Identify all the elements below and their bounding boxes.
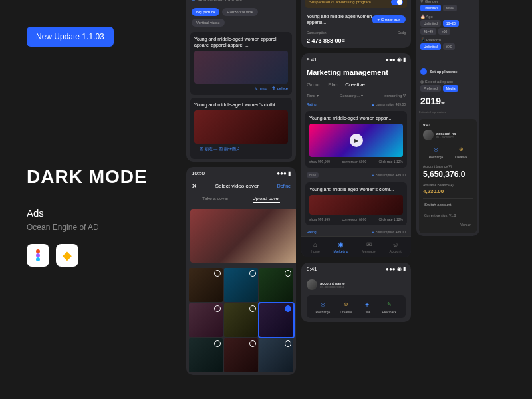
action-creative[interactable]: ⊛Creative (455, 144, 467, 159)
chip-horizontal[interactable]: Horizontal vide (222, 8, 258, 16)
card-title: Young and middle-aged women's clothi... (194, 102, 288, 108)
figma-icon[interactable] (27, 244, 49, 267)
stat-click-rate: Click rate 1.12% (379, 217, 403, 221)
create-ads-button[interactable]: + Create ads (372, 15, 406, 23)
grid-item[interactable] (189, 303, 223, 337)
tab-group[interactable]: Group (307, 82, 321, 88)
chip-media[interactable]: Media (443, 85, 459, 92)
select-ad-label: ◉ Select ad space (420, 79, 475, 84)
tabbar-message[interactable]: ✉Message (362, 241, 375, 253)
filter-time[interactable]: Time ▾ (307, 93, 319, 98)
grid-item[interactable] (189, 338, 223, 372)
description: Ocean Engine of AD (27, 223, 160, 232)
creative-card[interactable]: Young and middle-aged women's clothi... … (190, 98, 292, 159)
chip-age-41-49[interactable]: 41~49 (420, 28, 436, 35)
chip-big-picture[interactable]: Big picture (192, 8, 219, 16)
tabbar-marketing[interactable]: ◉Marketing (334, 241, 348, 253)
avatar[interactable] (423, 130, 434, 140)
stat-conversion: conversion 6000 (342, 160, 367, 164)
delete-action[interactable]: 🗑 delete (272, 86, 288, 91)
add-creative-label[interactable]: Add creative material (198, 0, 242, 2)
tab-plan[interactable]: Plan (328, 82, 338, 88)
stat-show: show 999,999 (309, 217, 330, 221)
status-time: 9:41 (423, 123, 473, 127)
grid-item[interactable] (224, 303, 258, 337)
budget-label: Cudg (398, 31, 406, 35)
filter-consumption[interactable]: Consump... ▾ (340, 93, 363, 98)
subtitle: Ads (27, 207, 160, 219)
setup-placement[interactable]: Set up placeme (420, 68, 475, 75)
cover-preview (190, 209, 296, 263)
card-image (194, 110, 288, 144)
grid-item[interactable] (224, 338, 258, 372)
action-recharge[interactable]: ◎Recharge (429, 144, 444, 159)
update-badge[interactable]: New Update 1.1.03 (27, 27, 114, 47)
age-label: 🎂 Age (420, 14, 475, 19)
page-title: Marketing management (301, 66, 411, 79)
account-id: ID：00000002 (436, 136, 456, 139)
chip-gender-unlimited[interactable]: Unlimited (420, 5, 441, 11)
stat-conversion: conversion 6000 (342, 217, 367, 221)
balance-value: 5,650,376.0 (423, 170, 473, 179)
ad-title: Young and middle-aged women apparel... (307, 13, 372, 25)
status-badge: Bind (307, 172, 319, 178)
phone-ads-top: Suspension of advertising program Young … (301, 0, 411, 48)
avatar[interactable] (307, 279, 317, 290)
card-video[interactable]: ▶ (309, 124, 403, 157)
stat-click-rate: Click rate 1.12% (379, 160, 403, 164)
chip-age-unlimited[interactable]: Unlimited (420, 20, 441, 27)
tab-creative[interactable]: Creative (345, 82, 365, 88)
chip-age-50[interactable]: ≥50 (438, 28, 450, 35)
card-title: Young and middle-aged women apparel appa… (194, 36, 288, 48)
available-value: 4,230.00 (423, 188, 473, 194)
version-label: Current version: V1.8 (423, 211, 473, 220)
tab-take-cover[interactable]: Take a cover (202, 196, 229, 203)
card-image (194, 51, 288, 84)
title-action[interactable]: ✎ Title (255, 86, 267, 91)
version-link[interactable]: Version (423, 220, 473, 229)
grid-item[interactable] (259, 338, 293, 372)
status-icons: ●●● ▮ (277, 170, 291, 176)
tabbar-home[interactable]: ⌂Home (311, 241, 319, 253)
chip-age-18-23[interactable]: 18~23 (443, 20, 459, 27)
chip-platform-unlimited[interactable]: Unlimited (420, 43, 441, 50)
action-feedback[interactable]: ✎Feedback (382, 299, 396, 314)
account-id: ID：0000000233456 (320, 285, 345, 289)
warning-banner: Suspension of advertising program (305, 0, 407, 8)
chip-gender-male[interactable]: Male (443, 5, 457, 11)
sketch-icon[interactable]: ◆ (56, 244, 78, 267)
action-recharge[interactable]: ◎Recharge (316, 299, 331, 314)
marketing-card[interactable]: Young and middle-aged women appar... ▶ s… (305, 111, 407, 168)
balance-label: Account balance(¥) (423, 164, 473, 168)
close-icon[interactable]: ✕ (192, 182, 197, 190)
account-name: account name (320, 281, 345, 285)
action-clue[interactable]: ◈Clue (362, 299, 372, 314)
rating-label[interactable]: Rating (307, 102, 316, 106)
phone-creative-material: ⊕Add creative material Big picture Horiz… (186, 0, 296, 162)
action-creative[interactable]: ⊛Creative (340, 299, 352, 314)
grid-item[interactable] (189, 268, 223, 302)
chip-vertical[interactable]: Vertical video (192, 19, 225, 27)
impressions-value: 2019w (420, 96, 475, 106)
chip-platform-ios[interactable]: iOS (443, 43, 455, 50)
status-time: 10:50 (192, 170, 205, 176)
consumption-label: Consumption (307, 31, 326, 35)
rating-label[interactable]: Rating (307, 230, 316, 234)
creative-card[interactable]: Young and middle-aged women apparel appa… (190, 32, 292, 95)
tabbar-account[interactable]: ☺Account (389, 241, 401, 253)
define-button[interactable]: Define (277, 184, 291, 188)
grid-item[interactable] (224, 268, 258, 302)
grid-item[interactable] (259, 268, 293, 302)
status-icons: ●●● ◉ ▮ (386, 266, 406, 272)
chip-preferred[interactable]: Preferred (420, 85, 441, 92)
grid-item[interactable] (259, 303, 293, 337)
account-card: 9:41 account na ID：00000002 ◎Recharge ⊛C… (419, 119, 477, 233)
marketing-card[interactable]: Young and middle-aged women's clothi... … (305, 182, 407, 225)
switch-account[interactable]: Switch account (423, 198, 473, 211)
play-icon[interactable]: ▶ (350, 134, 363, 147)
cover-title: Select video cover (215, 183, 259, 189)
image-tools[interactable]: 图 锁定 — 图 翻转图片 (194, 144, 288, 155)
filter-screening[interactable]: screening ∇ (384, 93, 406, 98)
toggle-switch[interactable] (391, 0, 403, 5)
tab-upload-cover[interactable]: Upload cover (253, 196, 280, 203)
